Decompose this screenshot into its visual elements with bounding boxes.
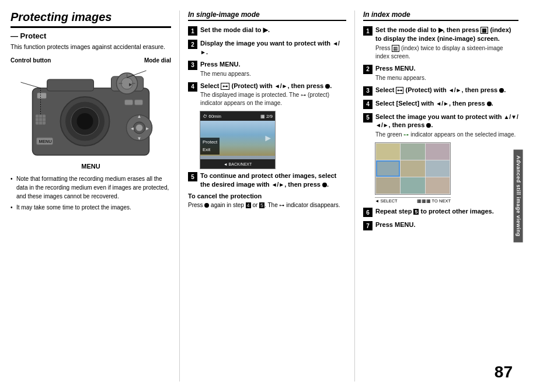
step-num-1: 1 <box>188 26 197 36</box>
svg-rect-1 <box>47 79 94 91</box>
camera-diagram: ▶ MENU ▲ ▼ <box>11 65 171 158</box>
step-sub-3: The menu appears. <box>200 70 346 78</box>
index-step-content-6: Repeat step 5 to protect other images. <box>375 207 518 216</box>
diagram-labels: Control button Mode dial <box>11 57 171 64</box>
svg-text:▼: ▼ <box>137 136 142 141</box>
index-step-main-7: Press MENU. <box>375 220 518 229</box>
svg-point-27 <box>136 124 143 131</box>
screen-top-bar: ⏱ 60min ▦ 2/9 <box>200 111 275 121</box>
index-step-main-4: Select [Select] with ◄/►, then press . <box>375 99 518 108</box>
index-cell-4 <box>376 160 400 177</box>
index-step-content-7: Press MENU. <box>375 220 518 229</box>
bullet-points: Note that formatting the recording mediu… <box>11 174 171 212</box>
step-content-2: Display the image you want to protect wi… <box>200 39 346 57</box>
cancel-section: To cancel the protection Press again in … <box>188 192 346 209</box>
index-step-num-5: 5 <box>363 113 373 123</box>
index-cell-5 <box>401 160 424 177</box>
svg-line-31 <box>21 82 41 88</box>
index-mode-header: In index mode <box>363 10 518 21</box>
page-title: Protecting images <box>11 10 171 28</box>
index-cell-2 <box>401 144 424 160</box>
index-cell-3 <box>426 144 450 160</box>
svg-rect-13 <box>37 93 47 99</box>
step-content-5: To continue and protect other images, se… <box>200 172 346 189</box>
index-step-sub-1: Press ▦ (index) twice to display a sixte… <box>375 44 518 61</box>
sidebar-label-container: Advanced still image viewing <box>510 10 527 382</box>
index-step-main-3: Select ⊶ (Protect) with ◄/►, then press … <box>375 86 518 94</box>
step-2: 2 Display the image you want to protect … <box>188 39 346 57</box>
index-step-1: 1 Set the mode dial to ▶, then press ▦ (… <box>363 26 518 61</box>
middle-column: In single-image mode 1 Set the mode dial… <box>180 10 355 382</box>
step-content-1: Set the mode dial to ▶. <box>200 26 346 34</box>
index-cell-9 <box>426 177 450 194</box>
page-container: Protecting images — Protect This functio… <box>0 0 557 392</box>
index-step-num-4: 4 <box>363 100 373 109</box>
index-step-3: 3 Select ⊶ (Protect) with ◄/►, then pres… <box>363 86 518 96</box>
index-step-num-1: 1 <box>363 26 373 36</box>
step-content-3: Press MENU. The menu appears. <box>200 60 346 78</box>
index-cell-6 <box>426 160 450 177</box>
step-sub-4: The displayed image is protected. The ⊶ … <box>200 91 346 107</box>
sidebar-vertical-label: Advanced still image viewing <box>514 149 523 242</box>
step-4: 4 Select ⊶ (Protect) with ◄/►, then pres… <box>188 82 346 108</box>
index-step-main-1: Set the mode dial to ▶, then press ▦ (in… <box>375 26 518 43</box>
index-step-main-2: Press MENU. <box>375 64 518 73</box>
index-cell-8 <box>401 177 424 194</box>
subtitle: — Protect <box>11 32 171 40</box>
index-step-num-2: 2 <box>363 65 373 74</box>
index-step-7: 7 Press MENU. <box>363 220 518 230</box>
exit-label: Exit <box>203 146 217 154</box>
svg-point-12 <box>77 113 93 130</box>
index-step-content-4: Select [Select] with ◄/►, then press . <box>375 99 518 108</box>
step-num-2: 2 <box>188 40 197 49</box>
screen-preview: ⏱ 60min ▦ 2/9 ► Protect Exit ◄ BACK/NEXT <box>200 111 276 169</box>
menu-label: MENU <box>11 163 171 170</box>
svg-rect-28 <box>125 100 133 105</box>
step-1: 1 Set the mode dial to ▶. <box>188 26 346 36</box>
index-step-6: 6 Repeat step 5 to protect other images. <box>363 207 518 217</box>
step-main-5: To continue and protect other images, se… <box>200 172 346 189</box>
index-step-content-3: Select ⊶ (Protect) with ◄/►, then press … <box>375 86 518 94</box>
step-content-4: Select ⊶ (Protect) with ◄/►, then press … <box>200 82 346 108</box>
step-num-3: 3 <box>188 61 197 70</box>
bullet-item-2: It may take some time to protect the ima… <box>11 203 171 212</box>
index-step-sub-2: The menu appears. <box>375 74 518 82</box>
index-cell-7 <box>376 177 400 194</box>
index-step-num-3: 3 <box>363 86 373 96</box>
index-step-sub-5: The green ⊶ indicator appears on the sel… <box>375 131 518 139</box>
index-step-2: 2 Press MENU. The menu appears. <box>363 64 518 82</box>
back-next-label: ◄ BACK/NEXT <box>224 162 252 166</box>
screen-protect-menu: Protect Exit <box>200 138 220 155</box>
protect-label: Protect <box>203 139 217 146</box>
screen-time: ⏱ 60min <box>203 114 221 119</box>
svg-text:►: ► <box>145 126 150 131</box>
index-step-4: 4 Select [Select] with ◄/►, then press . <box>363 99 518 109</box>
single-image-mode-header: In single-image mode <box>188 10 346 21</box>
right-column: In index mode 1 Set the mode dial to ▶, … <box>355 10 518 382</box>
bullet-item-1: Note that formatting the recording mediu… <box>11 174 171 201</box>
step-main-3: Press MENU. <box>200 60 346 69</box>
step-5: 5 To continue and protect other images, … <box>188 172 346 189</box>
mode-dial-label: Mode dial <box>144 57 171 64</box>
index-step-5: 5 Select the image you want to protect w… <box>363 113 518 139</box>
step-num-5: 5 <box>188 172 197 181</box>
index-step-main-5: Select the image you want to protect wit… <box>375 113 518 130</box>
index-step-main-6: Repeat step 5 to protect other images. <box>375 207 518 216</box>
left-column: Protecting images — Protect This functio… <box>11 10 180 382</box>
index-step-content-1: Set the mode dial to ▶, then press ▦ (in… <box>375 26 518 61</box>
svg-rect-14 <box>36 114 46 125</box>
svg-text:◄: ◄ <box>130 126 135 131</box>
index-screen-preview <box>375 142 451 195</box>
index-step-num-7: 7 <box>363 221 373 230</box>
svg-text:MENU: MENU <box>39 139 52 144</box>
svg-rect-29 <box>135 100 143 105</box>
select-label: ◄ SELECT <box>375 198 398 204</box>
step-main-1: Set the mode dial to ▶. <box>200 26 346 34</box>
step-3: 3 Press MENU. The menu appears. <box>188 60 346 78</box>
cancel-title: To cancel the protection <box>188 192 346 200</box>
screen-page: ▦ 2/9 <box>260 114 273 119</box>
index-step-num-6: 6 <box>363 208 373 217</box>
control-button-label: Control button <box>11 57 51 64</box>
index-label-bar: ◄ SELECT ▦▦▦ TO NEXT <box>375 197 451 204</box>
camera-illustration: ▶ MENU ▲ ▼ <box>11 65 171 158</box>
